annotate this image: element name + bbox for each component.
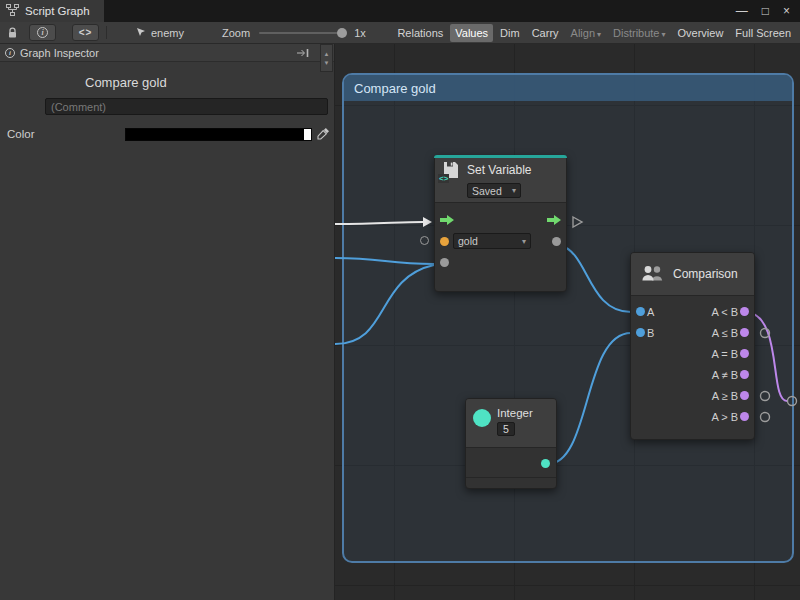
input-a-port[interactable] [636, 307, 645, 316]
comparison-row: A > B [631, 406, 754, 427]
zoom-slider-knob[interactable] [337, 28, 347, 38]
minimize-button[interactable]: — [736, 4, 748, 18]
integer-output-port[interactable] [541, 459, 550, 468]
wire-flow-in[interactable] [335, 222, 423, 224]
variable-name-dropdown[interactable]: gold ▾ [453, 233, 531, 249]
integer-header[interactable]: Integer 5 [466, 399, 556, 448]
panel-scrollbar[interactable]: ▲ ▼ [320, 44, 333, 72]
graph-inspector-panel: i Graph Inspector ▲ ▼ Compare gold Color [0, 44, 335, 600]
close-button[interactable]: × [783, 4, 790, 18]
output-port-greaterequal[interactable] [740, 391, 749, 400]
align-button[interactable]: Align▾ [566, 24, 606, 42]
wire-flow-arrowhead-icon [423, 217, 432, 227]
carry-button[interactable]: Carry [527, 24, 564, 42]
lock-icon[interactable] [7, 27, 18, 39]
input-b-label: B [647, 327, 654, 339]
flow-input-port[interactable] [440, 215, 454, 225]
breadcrumb-enemy[interactable]: enemy [136, 27, 184, 39]
values-button[interactable]: Values [450, 24, 493, 42]
distribute-button[interactable]: Distribute▾ [608, 24, 670, 42]
title-bar: Script Graph — □ × [0, 0, 800, 22]
graph-title: Compare gold [85, 75, 334, 90]
set-variable-header[interactable]: <> Set Variable Saved ▾ [435, 156, 566, 203]
scroll-down-icon[interactable]: ▼ [324, 60, 330, 66]
zoom-value: 1x [354, 27, 366, 39]
variable-name-port[interactable] [440, 237, 449, 246]
integer-value-input[interactable]: 5 [497, 422, 515, 436]
zoom-slider[interactable] [259, 32, 345, 34]
eyedropper-icon[interactable] [317, 127, 330, 142]
node-title: Set Variable [467, 163, 531, 177]
comparison-header[interactable]: Comparison [631, 253, 754, 296]
info-icon: i [5, 48, 15, 58]
graph-toolbar: i <> enemy Zoom 1x Relations Values Dim … [0, 22, 800, 44]
overview-button[interactable]: Overview [673, 24, 729, 42]
value-input-port[interactable] [440, 258, 449, 267]
integer-icon [473, 409, 491, 427]
variable-name-value: gold [458, 235, 478, 247]
output-port-less[interactable] [740, 307, 749, 316]
scroll-up-icon[interactable]: ▲ [324, 51, 330, 57]
input-a-label: A [647, 306, 654, 318]
script-graph-window: Script Graph — □ × i <> enemy Zoom [0, 0, 800, 600]
comparison-row: A A < B [631, 301, 754, 322]
dock-panel-icon[interactable] [296, 48, 309, 58]
relations-button[interactable]: Relations [392, 24, 448, 42]
output-label: A ≤ B [712, 327, 738, 339]
input-b-port[interactable] [636, 328, 645, 337]
comparison-row: A ≥ B [631, 385, 754, 406]
color-field-row: Color [0, 127, 334, 143]
wire-integer-to-b[interactable] [548, 333, 631, 464]
flow-port-row [435, 210, 566, 231]
wire-value-in-lower[interactable] [335, 265, 434, 344]
output-port-lessequal[interactable] [740, 328, 749, 337]
node-comparison[interactable]: Comparison A A < B B A ≤ B A = B [630, 252, 755, 440]
dim-button[interactable]: Dim [495, 24, 525, 42]
breadcrumb-label: enemy [151, 27, 184, 39]
scope-value: Saved [472, 185, 502, 197]
output-port-greater[interactable] [740, 412, 749, 421]
flow-out-triangle-icon[interactable] [573, 217, 582, 227]
integer-footer [466, 477, 556, 488]
code-icon: <> [79, 27, 93, 38]
maximize-button[interactable]: □ [762, 4, 769, 18]
port-ring-unconnected[interactable] [420, 236, 429, 245]
code-badge: <> [438, 174, 449, 183]
value-input-row [435, 252, 566, 273]
variable-scope-dropdown[interactable]: Saved ▾ [467, 183, 521, 198]
port-ring-output-6[interactable] [761, 413, 770, 422]
output-label: A < B [711, 306, 738, 318]
node-title: Comparison [673, 267, 738, 281]
alpha-indicator [304, 129, 311, 140]
graph-inspector-title: Graph Inspector [20, 47, 99, 59]
comparison-body: A A < B B A ≤ B A = B A ≠ B [631, 296, 754, 439]
node-integer[interactable]: Integer 5 [465, 398, 557, 489]
output-port-equal[interactable] [740, 349, 749, 358]
output-label: A ≠ B [712, 369, 738, 381]
variables-toggle-button[interactable]: <> [72, 24, 99, 41]
tab-script-graph[interactable]: Script Graph [0, 0, 104, 22]
port-ring-output-5[interactable] [761, 392, 770, 401]
flow-output-port[interactable] [547, 215, 561, 225]
value-output-port[interactable] [552, 237, 561, 246]
output-port-notequal[interactable] [740, 370, 749, 379]
color-swatch[interactable] [125, 128, 312, 141]
info-icon: i [37, 27, 48, 38]
graph-canvas[interactable]: Compare gold [335, 44, 800, 600]
script-graph-icon [6, 4, 19, 18]
output-label: A ≥ B [712, 390, 738, 402]
graph-inspector-toggle-button[interactable]: i [29, 24, 56, 41]
graph-inspector-header: i Graph Inspector [0, 44, 334, 62]
wire-value-in-upper[interactable] [335, 258, 434, 264]
wire-setvariable-to-a[interactable] [559, 245, 631, 312]
node-set-variable[interactable]: <> Set Variable Saved ▾ [434, 155, 567, 292]
comment-input[interactable] [45, 98, 328, 115]
fullscreen-button[interactable]: Full Screen [730, 24, 796, 42]
variable-name-row: gold ▾ [435, 231, 566, 252]
port-ring-result-end[interactable] [788, 397, 797, 406]
asset-arrow-icon [136, 27, 146, 39]
toolbar-separator [106, 26, 107, 39]
zoom-label: Zoom [222, 27, 250, 39]
set-variable-body: gold ▾ [435, 203, 566, 291]
node-title: Integer [497, 407, 533, 419]
